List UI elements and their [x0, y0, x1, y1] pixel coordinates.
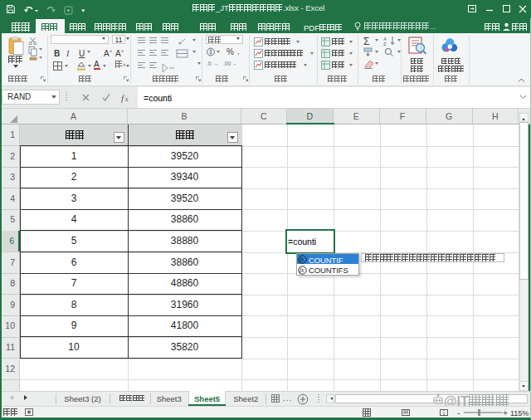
svg-text:,: ,	[237, 47, 240, 56]
svg-text:←: ←	[232, 61, 238, 66]
svg-text:fx: fx	[300, 266, 304, 274]
svg-text:.0: .0	[207, 61, 212, 66]
svg-text:Z: Z	[383, 42, 387, 46]
svg-text:%: %	[227, 47, 234, 56]
svg-text:→: →	[213, 61, 219, 66]
svg-text:fx: fx	[300, 256, 304, 263]
svg-text:.00: .00	[223, 61, 231, 66]
svg-text:x: x	[124, 95, 129, 103]
